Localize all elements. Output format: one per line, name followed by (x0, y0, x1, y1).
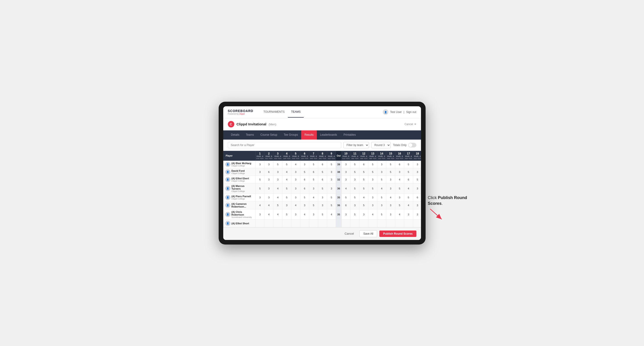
score-cell[interactable]: 3 (377, 201, 386, 209)
score-cell[interactable]: 3 (256, 193, 264, 201)
score-cell[interactable]: 5 (350, 193, 359, 201)
score-cell[interactable]: 4 (309, 193, 318, 201)
score-cell[interactable]: 5 (350, 209, 359, 219)
score-cell[interactable]: 3 (309, 209, 318, 219)
cancel-button[interactable]: Cancel (342, 230, 357, 237)
score-cell[interactable]: 5 (395, 201, 404, 209)
score-cell[interactable]: 6 (300, 176, 309, 183)
score-cell[interactable]: 4 (273, 183, 282, 193)
score-cell[interactable]: 4 (264, 209, 273, 219)
score-cell[interactable]: 5 (318, 209, 327, 219)
score-cell[interactable]: 5 (359, 183, 368, 193)
score-cell[interactable]: 4 (291, 161, 300, 168)
score-cell[interactable]: 3 (264, 193, 273, 201)
tab-printables[interactable]: Printables (340, 130, 359, 140)
score-cell[interactable]: 4 (377, 183, 386, 193)
score-cell[interactable]: 5 (342, 193, 350, 201)
score-cell[interactable] (300, 219, 309, 227)
score-cell[interactable] (359, 219, 368, 227)
score-cell[interactable] (368, 219, 377, 227)
score-cell[interactable]: 5 (404, 193, 413, 201)
score-cell[interactable] (264, 219, 273, 227)
score-cell[interactable]: 3 (291, 209, 300, 219)
score-cell[interactable]: 4 (291, 201, 300, 209)
totals-toggle-switch[interactable] (408, 143, 416, 147)
filter-team-select[interactable]: Filter by team (344, 142, 369, 148)
score-cell[interactable]: 3 (368, 176, 377, 183)
score-cell[interactable]: 5 (327, 193, 336, 201)
score-cell[interactable]: 3 (386, 201, 395, 209)
score-cell[interactable]: 5 (404, 168, 413, 176)
tab-leaderboards[interactable]: Leaderboards (317, 130, 340, 140)
score-cell[interactable]: 5 (359, 176, 368, 183)
score-cell[interactable] (318, 219, 327, 227)
score-cell[interactable]: 5 (318, 183, 327, 193)
score-cell[interactable]: 4 (282, 176, 291, 183)
score-cell[interactable]: 5 (327, 201, 336, 209)
score-cell[interactable]: 5 (282, 183, 291, 193)
score-cell[interactable]: 4 (368, 209, 377, 219)
score-cell[interactable] (327, 219, 336, 227)
score-cell[interactable] (386, 219, 395, 227)
score-cell[interactable]: 4 (300, 209, 309, 219)
score-cell[interactable]: 3 (256, 161, 264, 168)
sign-out-link[interactable]: Sign out (406, 110, 416, 114)
score-cell[interactable]: 4 (256, 201, 264, 209)
score-cell[interactable] (350, 219, 359, 227)
score-cell[interactable]: 5 (273, 201, 282, 209)
score-cell[interactable]: 4 (282, 168, 291, 176)
score-cell[interactable]: 3 (413, 168, 421, 176)
score-cell[interactable]: 3 (368, 193, 377, 201)
score-cell[interactable]: 5 (350, 183, 359, 193)
score-cell[interactable]: 5 (368, 161, 377, 168)
nav-tournaments[interactable]: TOURNAMENTS (260, 107, 288, 118)
score-cell[interactable] (342, 219, 350, 227)
score-cell[interactable]: 4 (404, 201, 413, 209)
score-cell[interactable]: 5 (386, 168, 395, 176)
score-cell[interactable]: 3 (264, 161, 273, 168)
score-cell[interactable]: 3 (386, 183, 395, 193)
score-cell[interactable]: 6 (318, 161, 327, 168)
score-cell[interactable]: 3 (327, 176, 336, 183)
score-cell[interactable]: 3 (404, 209, 413, 219)
score-cell[interactable]: 3 (256, 209, 264, 219)
score-cell[interactable] (256, 219, 264, 227)
score-cell[interactable]: 3 (256, 168, 264, 176)
score-cell[interactable]: 3 (368, 201, 377, 209)
score-cell[interactable]: 3 (359, 209, 368, 219)
score-cell[interactable] (395, 219, 404, 227)
search-input[interactable] (228, 142, 342, 148)
score-cell[interactable]: 5 (282, 209, 291, 219)
score-cell[interactable]: 5 (368, 168, 377, 176)
score-cell[interactable]: 5 (350, 161, 359, 168)
score-cell[interactable] (404, 219, 413, 227)
score-cell[interactable]: 6 (359, 161, 368, 168)
score-cell[interactable]: 5 (282, 161, 291, 168)
score-cell[interactable]: 3 (318, 193, 327, 201)
tab-results[interactable]: Results (301, 130, 317, 140)
score-cell[interactable]: 3 (291, 176, 300, 183)
score-cell[interactable]: 4 (273, 193, 282, 201)
score-cell[interactable]: 5 (350, 168, 359, 176)
round-select[interactable]: Round 3 (371, 142, 391, 148)
score-cell[interactable]: 5 (386, 161, 395, 168)
score-cell[interactable] (291, 219, 300, 227)
score-cell[interactable]: 4 (395, 176, 404, 183)
score-cell[interactable]: 3 (342, 209, 350, 219)
score-cell[interactable]: 5 (377, 193, 386, 201)
score-cell[interactable]: 6 (318, 176, 327, 183)
score-cell[interactable]: 3 (342, 161, 350, 168)
score-cell[interactable]: 6 (264, 168, 273, 176)
score-cell[interactable]: 5 (359, 201, 368, 209)
score-cell[interactable]: 3 (386, 176, 395, 183)
score-cell[interactable]: 5 (309, 161, 318, 168)
score-cell[interactable]: 3 (413, 161, 421, 168)
score-cell[interactable]: 4 (404, 183, 413, 193)
score-cell[interactable]: 4 (386, 193, 395, 201)
score-cell[interactable]: 5 (404, 161, 413, 168)
score-cell[interactable]: 5 (300, 168, 309, 176)
score-cell[interactable]: 3 (273, 176, 282, 183)
score-cell[interactable]: 4 (342, 183, 350, 193)
score-cell[interactable]: 3 (327, 183, 336, 193)
score-cell[interactable]: 3 (350, 176, 359, 183)
